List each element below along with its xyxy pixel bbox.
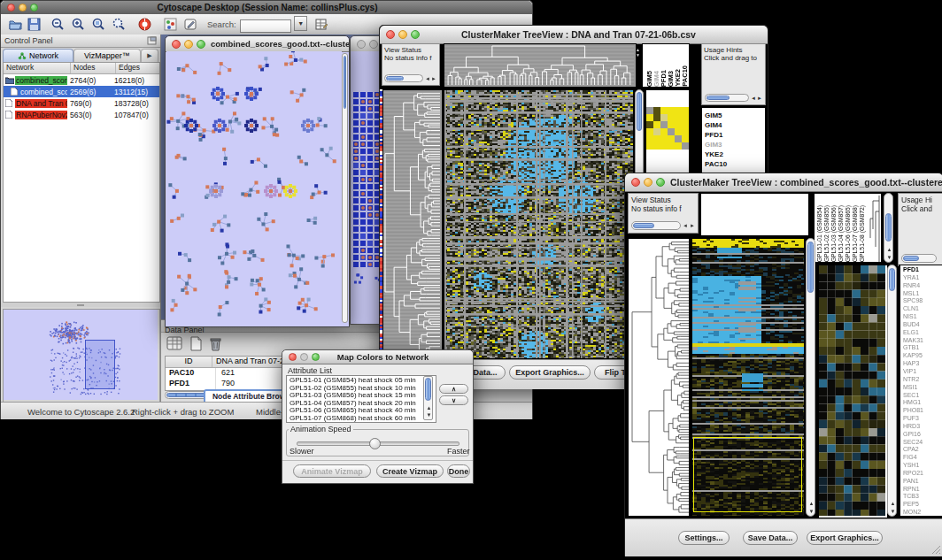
col-network[interactable]: Network <box>4 63 71 73</box>
attribute-listbox[interactable]: GPL51-01 (GSM854) heat shock 05 minGPL51… <box>286 375 436 423</box>
tv1-status-left-arrow[interactable]: ◄ <box>425 76 430 81</box>
move-up-button[interactable]: ∧ <box>439 384 468 394</box>
tv2-labels-down-arrow[interactable]: ▼ <box>887 255 892 260</box>
tv2-status-right-arrow[interactable]: ► <box>690 223 695 228</box>
tv2-gene-label[interactable]: MON2 <box>903 509 942 517</box>
tv2-heatmap-vscrollbar[interactable]: ▲ ▼ <box>806 238 815 517</box>
tv2-gene-label[interactable]: GTB1 <box>903 344 942 352</box>
tv2-gene-label[interactable]: MSL1 <box>903 290 942 298</box>
tv2-genes-up-arrow[interactable]: ▲ <box>891 501 896 506</box>
tv2-hints-hscrollbar[interactable] <box>901 254 937 263</box>
tv1-zoom-heatmap-panel[interactable] <box>645 89 690 173</box>
close-button[interactable] <box>289 353 297 361</box>
tv2-gene-label[interactable]: HRD3 <box>903 423 942 431</box>
tv2-gene-label[interactable]: HMG1 <box>903 399 942 407</box>
minimize-button[interactable] <box>300 353 308 361</box>
tv2-gene-label[interactable]: FIG4 <box>903 454 942 462</box>
tv2-row-dendrogram[interactable] <box>628 238 690 517</box>
zoom-window-button[interactable] <box>312 353 320 361</box>
tv1-gene-label[interactable]: PFD1 <box>705 130 765 140</box>
tv2-scroll-up-arrow[interactable]: ▲ <box>809 501 815 506</box>
minimize-button[interactable] <box>19 4 27 12</box>
help-lifesaver-icon[interactable] <box>137 17 152 32</box>
tv2-button-settings-[interactable]: Settings... <box>678 531 730 545</box>
resize-grip[interactable] <box>930 544 941 555</box>
tv2-gene-label[interactable]: PHO81 <box>903 407 942 415</box>
close-button[interactable] <box>631 178 640 187</box>
minimize-button[interactable] <box>398 30 407 39</box>
slider-thumb[interactable] <box>369 438 381 449</box>
tv1-column-dendrogram[interactable] <box>444 43 637 88</box>
zoom-window-button[interactable] <box>30 4 38 12</box>
tv2-gene-label[interactable]: ELG1 <box>903 329 942 337</box>
search-input[interactable] <box>240 19 291 33</box>
col-nodes[interactable]: Nodes <box>71 63 116 73</box>
minimize-button[interactable] <box>184 40 193 49</box>
search-dropdown-arrow[interactable]: ▼ <box>294 16 307 31</box>
tv1-gene-label[interactable]: GIM3 <box>705 140 765 150</box>
attr-col-id[interactable]: ID <box>166 357 212 367</box>
zoom-out-button[interactable] <box>50 17 66 32</box>
search-combobox[interactable]: ▼ <box>240 16 307 33</box>
tv2-gene-label[interactable]: SEC24 <box>903 439 942 447</box>
tv2-gene-label[interactable]: NIS1 <box>903 313 942 321</box>
zoom-in-button[interactable] <box>71 17 86 32</box>
select-attributes-icon[interactable] <box>166 335 181 350</box>
create-vizmap-button[interactable]: Create Vizmap <box>376 464 444 478</box>
attr-up-arrow[interactable]: ▲ <box>427 405 432 410</box>
tv2-gene-label[interactable]: HAP3 <box>903 360 942 368</box>
zoom-fit-button[interactable] <box>112 17 127 32</box>
zoom-window-button[interactable] <box>656 178 665 187</box>
tv2-gene-label[interactable]: SPC98 <box>903 297 942 305</box>
minimize-button[interactable] <box>369 40 378 49</box>
done-button[interactable]: Done <box>447 464 470 478</box>
tv2-gene-label[interactable]: CPA2 <box>903 446 942 454</box>
tv2-gene-label[interactable]: VIP1 <box>903 368 942 376</box>
tv2-gene-label[interactable]: NTR2 <box>903 376 942 384</box>
tv2-gene-label[interactable]: YRA1 <box>903 274 942 282</box>
network-vscrollbar[interactable] <box>342 53 348 323</box>
tv1-gene-label[interactable]: GIM4 <box>705 120 765 130</box>
tv2-gene-label[interactable]: PFD1 <box>903 266 942 274</box>
tab-vizmapper[interactable]: VizMapper™ <box>73 49 141 62</box>
tab-network[interactable]: Network <box>3 49 73 62</box>
delete-attribute-trash-icon[interactable] <box>207 335 222 350</box>
vizmap-nodes-icon[interactable] <box>163 17 178 32</box>
tv1-hints-hscrollbar[interactable] <box>705 94 749 102</box>
tv2-gene-label[interactable]: BUD4 <box>903 321 942 329</box>
float-panel-icon[interactable] <box>147 33 157 49</box>
tv2-gene-label[interactable]: CLN1 <box>903 305 942 313</box>
tv2-labels-up-arrow[interactable]: ▲ <box>887 247 892 252</box>
tv2-gene-label[interactable]: SEC1 <box>903 392 942 400</box>
tv2-status-hscrollbar[interactable] <box>631 221 681 230</box>
tv1-global-heatmap[interactable] <box>444 89 636 361</box>
open-file-button[interactable] <box>8 17 23 32</box>
treeview-combined-titlebar[interactable]: ClusterMaker TreeView : combined_scores_… <box>625 173 942 192</box>
tv1-status-right-arrow[interactable]: ► <box>431 76 436 81</box>
tv2-gene-label[interactable]: KAP95 <box>903 352 942 360</box>
network-row[interactable]: combined_scores2764(0)16218(0) <box>4 74 159 86</box>
birdseye-view[interactable] <box>3 309 160 403</box>
dialog-titlebar[interactable]: Map Colors to Network <box>282 350 473 364</box>
tv1-button-export-graphics-[interactable]: Export Graphics... <box>509 365 591 380</box>
tv2-column-dendrogram[interactable] <box>700 193 809 236</box>
network-window-titlebar[interactable]: combined_scores_good.txt--cluste... <box>166 36 349 52</box>
tv2-status-left-arrow[interactable]: ◄ <box>683 223 688 228</box>
attr-down-arrow[interactable]: ▼ <box>427 412 432 418</box>
tv1-mini-arrows[interactable]: ▲▼ <box>636 47 640 58</box>
zoom-window-button[interactable] <box>197 40 205 49</box>
attribute-table-icon[interactable] <box>314 17 329 32</box>
tv2-gene-label[interactable]: PEP5 <box>903 501 942 509</box>
tv2-gene-label[interactable]: PUF3 <box>903 415 942 423</box>
save-button[interactable] <box>27 17 42 32</box>
close-button[interactable] <box>7 4 15 12</box>
tv1-row-dendrogram[interactable] <box>382 89 443 361</box>
tv2-genes-vscrollbar[interactable]: ▲ ▼ <box>887 265 897 517</box>
tv2-gene-label[interactable]: MAK31 <box>903 337 942 345</box>
tv2-gene-label[interactable]: TCB3 <box>903 493 942 501</box>
tv2-gene-label[interactable]: MSI1 <box>903 384 942 392</box>
network-row[interactable]: combined_sco2569(6)13112(15) <box>4 86 159 97</box>
panel-splitter[interactable] <box>1 303 160 307</box>
tv1-status-hscrollbar[interactable] <box>384 74 423 82</box>
network-row[interactable]: DNA and Tran 07769(0)183728(0) <box>4 97 159 109</box>
